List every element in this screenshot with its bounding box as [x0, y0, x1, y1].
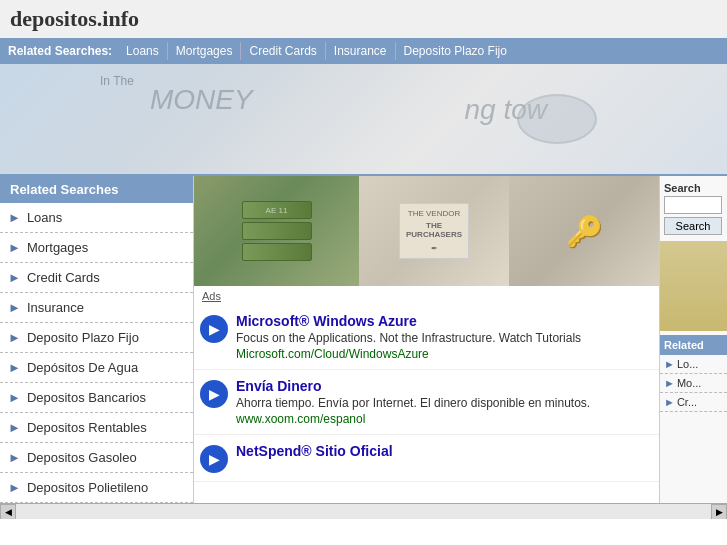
main-layout: Related Searches ► Loans ► Mortgages ► C…: [0, 174, 727, 503]
arrow-icon: ►: [8, 360, 21, 375]
nav-deposito-plazo-fijo[interactable]: Deposito Plazo Fijo: [395, 42, 515, 60]
right-related-item-2: ► Mo...: [660, 374, 727, 393]
search-input[interactable]: [664, 196, 722, 214]
right-related-link-1[interactable]: ► Lo...: [664, 358, 723, 370]
hero-glasses-decoration: [517, 94, 597, 144]
list-item: ► Depositos Bancarios: [0, 383, 193, 413]
arrow-icon: ►: [8, 390, 21, 405]
ad-title-3[interactable]: NetSpend® Sitio Oficial: [236, 443, 651, 459]
sidebar-item-depositos-agua[interactable]: ► Depósitos De Agua: [0, 353, 193, 382]
horizontal-scrollbar: ◀ ▶: [0, 503, 727, 519]
doc-icon: THE VENDOR THE PURCHASERS ✒: [389, 193, 479, 269]
sidebar-item-depositos-polietileno[interactable]: ► Depositos Polietileno: [0, 473, 193, 502]
sidebar-item-insurance[interactable]: ► Insurance: [0, 293, 193, 322]
money-image: AE 11: [194, 176, 359, 286]
hero-text-1: In The: [100, 74, 134, 88]
arrow-icon: ►: [664, 396, 675, 408]
document-image: THE VENDOR THE PURCHASERS ✒: [359, 176, 509, 286]
bills-decoration: AE 11: [232, 191, 322, 271]
ad-item-3: ▶ NetSpend® Sitio Oficial: [194, 435, 659, 482]
right-related-link-2[interactable]: ► Mo...: [664, 377, 723, 389]
right-decorative-image: [660, 241, 727, 331]
ad-item-2: ▶ Envía Dinero Ahorra tiempo. Envía por …: [194, 370, 659, 435]
site-header: depositos.info: [0, 0, 727, 38]
bill-2: [242, 222, 312, 240]
site-title: depositos.info: [10, 6, 717, 32]
search-label: Search: [664, 182, 723, 194]
search-area: Search Search: [660, 176, 727, 241]
arrow-icon: ►: [8, 420, 21, 435]
sidebar-item-mortgages[interactable]: ► Mortgages: [0, 233, 193, 262]
sidebar-item-depositos-rentables[interactable]: ► Depositos Rentables: [0, 413, 193, 442]
sidebar-item-depositos-bancarios[interactable]: ► Depositos Bancarios: [0, 383, 193, 412]
right-related-item-3: ► Cr...: [660, 393, 727, 412]
ad-title-1[interactable]: Microsoft® Windows Azure: [236, 313, 651, 329]
ad-desc-1: Focus on the Applications. Not the Infra…: [236, 331, 651, 345]
list-item: ► Depositos Gasoleo: [0, 443, 193, 473]
list-item: ► Deposito Plazo Fijo: [0, 323, 193, 353]
arrow-icon: ►: [8, 330, 21, 345]
ad-url-2: www.xoom.com/espanol: [236, 412, 651, 426]
list-item: ► Depositos Rentables: [0, 413, 193, 443]
ad-url-1: Microsoft.com/Cloud/WindowsAzure: [236, 347, 651, 361]
image-strip: AE 11 THE VENDOR THE PURCHASERS ✒ 🔑: [194, 176, 659, 286]
arrow-icon: ►: [664, 377, 675, 389]
right-related-header: Related: [660, 335, 727, 355]
list-item: ► Mortgages: [0, 233, 193, 263]
sidebar-item-credit-cards[interactable]: ► Credit Cards: [0, 263, 193, 292]
arrow-icon: ►: [8, 300, 21, 315]
sidebar-item-loans[interactable]: ► Loans: [0, 203, 193, 232]
list-item: ► Depositos Polietileno: [0, 473, 193, 503]
arrow-icon: ►: [8, 480, 21, 495]
ads-section-label: Ads: [194, 286, 659, 305]
arrow-icon: ►: [8, 210, 21, 225]
scroll-right-button[interactable]: ▶: [711, 504, 727, 519]
ads-link[interactable]: Ads: [202, 290, 221, 302]
search-button[interactable]: Search: [664, 217, 722, 235]
ad-desc-2: Ahorra tiempo. Envía por Internet. El di…: [236, 396, 651, 410]
right-related-link-3[interactable]: ► Cr...: [664, 396, 723, 408]
right-related-items: ► Lo... ► Mo... ► Cr...: [660, 355, 727, 412]
sidebar-item-deposito-plazo-fijo[interactable]: ► Deposito Plazo Fijo: [0, 323, 193, 352]
arrow-icon: ►: [8, 270, 21, 285]
sidebar-header: Related Searches: [0, 176, 193, 203]
arrow-icon: ►: [8, 450, 21, 465]
ad-title-2[interactable]: Envía Dinero: [236, 378, 651, 394]
ad-icon-3: ▶: [200, 445, 228, 473]
list-item: ► Credit Cards: [0, 263, 193, 293]
nav-loans[interactable]: Loans: [118, 42, 167, 60]
scroll-track[interactable]: [16, 504, 711, 519]
ad-item-1: ▶ Microsoft® Windows Azure Focus on the …: [194, 305, 659, 370]
arrow-icon: ►: [8, 240, 21, 255]
bill-3: [242, 243, 312, 261]
scroll-left-button[interactable]: ◀: [0, 504, 16, 519]
sidebar-item-depositos-gasoleo[interactable]: ► Depositos Gasoleo: [0, 443, 193, 472]
ad-body-1: Microsoft® Windows Azure Focus on the Ap…: [236, 313, 651, 361]
keys-image: 🔑: [509, 176, 659, 286]
right-related-item-1: ► Lo...: [660, 355, 727, 374]
list-item: ► Loans: [0, 203, 193, 233]
navbar: Related Searches: Loans Mortgages Credit…: [0, 38, 727, 64]
hero-banner: In The MONEY ng tow: [0, 64, 727, 174]
ad-body-2: Envía Dinero Ahorra tiempo. Envía por In…: [236, 378, 651, 426]
content-area: AE 11 THE VENDOR THE PURCHASERS ✒ 🔑: [194, 176, 659, 503]
keys-icon: 🔑: [566, 214, 603, 249]
ad-body-3: NetSpend® Sitio Oficial: [236, 443, 651, 459]
hero-text-2: MONEY: [150, 84, 253, 116]
bill-1: AE 11: [242, 201, 312, 219]
nav-label: Related Searches:: [8, 44, 112, 58]
ad-icon-1: ▶: [200, 315, 228, 343]
nav-mortgages[interactable]: Mortgages: [167, 42, 241, 60]
sidebar: Related Searches ► Loans ► Mortgages ► C…: [0, 176, 194, 503]
ad-icon-2: ▶: [200, 380, 228, 408]
sidebar-list: ► Loans ► Mortgages ► Credit Cards ►: [0, 203, 193, 503]
arrow-icon: ►: [664, 358, 675, 370]
list-item: ► Depósitos De Agua: [0, 353, 193, 383]
right-sidebar: Search Search Related ► Lo... ► Mo...: [659, 176, 727, 503]
list-item: ► Insurance: [0, 293, 193, 323]
nav-credit-cards[interactable]: Credit Cards: [240, 42, 324, 60]
nav-insurance[interactable]: Insurance: [325, 42, 395, 60]
